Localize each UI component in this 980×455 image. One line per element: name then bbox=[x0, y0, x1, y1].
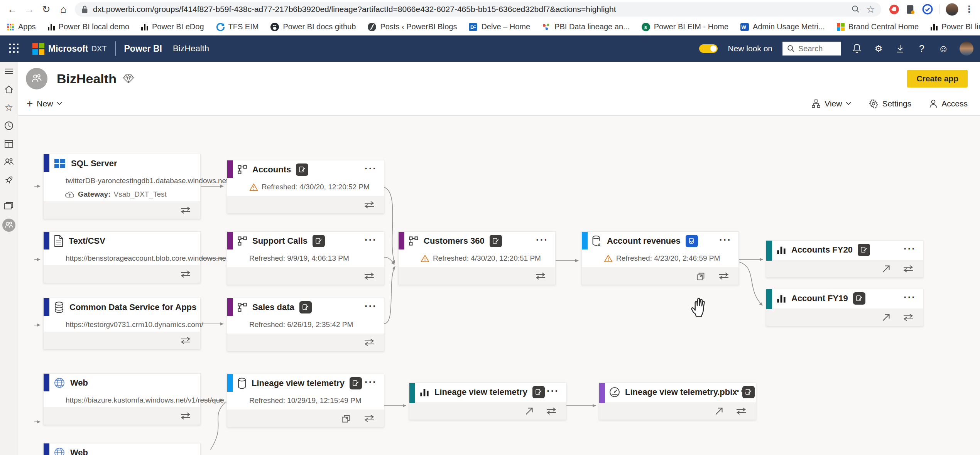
notifications-bell-icon[interactable] bbox=[851, 43, 863, 54]
swap-icon[interactable] bbox=[179, 270, 192, 279]
extension-adblock-icon[interactable] bbox=[889, 4, 899, 15]
new-button[interactable]: + New bbox=[27, 98, 62, 109]
more-options-button[interactable]: ··· bbox=[737, 385, 749, 397]
more-options-button[interactable]: ··· bbox=[904, 243, 916, 255]
open-icon[interactable] bbox=[524, 406, 534, 416]
bookmark-item[interactable]: DDelve – Home bbox=[468, 22, 530, 32]
create-app-button[interactable]: Create app bbox=[907, 70, 968, 88]
bookmark-item[interactable]: Brand Central Home bbox=[836, 22, 919, 31]
nav-home-icon[interactable] bbox=[3, 84, 15, 95]
bookmark-item[interactable]: Power BI eDog bbox=[141, 22, 204, 31]
card-account-revenues[interactable]: AAccount revenuesRefreshed: 4/23/20, 2:4… bbox=[581, 231, 739, 285]
home-icon[interactable]: ⌂ bbox=[55, 2, 72, 17]
bookmark-item[interactable]: WAdmin Usage Metri... bbox=[740, 22, 825, 32]
bookmark-item[interactable]: Apps bbox=[6, 22, 36, 31]
card-lvt-pbix[interactable]: Lineage view telemetry.pbix··· bbox=[599, 383, 756, 420]
swap-icon[interactable] bbox=[902, 313, 914, 322]
bookmark-item[interactable]: TFS EIM bbox=[216, 22, 259, 32]
open-icon[interactable] bbox=[881, 312, 891, 322]
new-look-toggle[interactable] bbox=[699, 44, 718, 53]
card-web-1[interactable]: Webhttps://biazure.kustomfa.windows.net/… bbox=[43, 373, 201, 425]
user-avatar[interactable] bbox=[959, 41, 974, 56]
card-accounts[interactable]: AccountsRefreshed: 4/30/20, 12:20:52 PM·… bbox=[227, 160, 384, 214]
open-icon[interactable] bbox=[881, 264, 891, 274]
extension-dark-icon[interactable] bbox=[906, 4, 916, 15]
card-support-calls[interactable]: Support CallsRefreshed: 9/9/19, 4:06:13 … bbox=[227, 231, 384, 285]
download-icon[interactable] bbox=[894, 43, 906, 54]
nav-workspaces-icon[interactable] bbox=[3, 200, 15, 212]
layers-icon[interactable] bbox=[696, 271, 707, 281]
bookmark-item[interactable]: Power BI lineage vi... bbox=[930, 22, 980, 31]
more-options-button[interactable]: ··· bbox=[904, 292, 916, 303]
card-title: Text/CSV bbox=[69, 236, 105, 246]
swap-icon[interactable] bbox=[902, 264, 914, 273]
card-sales-data[interactable]: Sales dataRefreshed: 6/26/19, 2:35:42 PM… bbox=[227, 298, 384, 351]
back-icon[interactable]: ← bbox=[4, 2, 21, 17]
nav-current-workspace-avatar[interactable] bbox=[2, 218, 16, 232]
nav-favorites-icon[interactable]: ☆ bbox=[3, 102, 15, 113]
forward-icon[interactable]: → bbox=[21, 2, 38, 17]
browser-menu-icon[interactable]: ⋮ bbox=[965, 4, 974, 15]
swap-icon[interactable] bbox=[363, 414, 375, 423]
more-options-button[interactable]: ··· bbox=[365, 234, 377, 246]
swap-icon[interactable] bbox=[363, 338, 375, 347]
bookmark-label: PBI Data lineage an... bbox=[554, 22, 630, 31]
more-options-button[interactable]: ··· bbox=[365, 163, 377, 175]
search-input[interactable] bbox=[798, 44, 837, 53]
extension-check-icon[interactable] bbox=[922, 4, 933, 15]
bookmark-star-icon[interactable]: ☆ bbox=[867, 5, 875, 14]
nav-apps-icon[interactable] bbox=[3, 138, 15, 150]
help-icon[interactable]: ? bbox=[916, 43, 928, 54]
view-button[interactable]: View bbox=[811, 99, 851, 108]
open-icon[interactable] bbox=[714, 406, 724, 416]
zoom-page-icon[interactable] bbox=[851, 5, 860, 14]
card-web-2[interactable]: Web bbox=[43, 443, 201, 455]
swap-icon[interactable] bbox=[179, 411, 192, 421]
feedback-smiley-icon[interactable]: ☺ bbox=[938, 43, 949, 54]
swap-icon[interactable] bbox=[545, 406, 558, 416]
more-options-button[interactable]: ··· bbox=[365, 300, 377, 312]
more-options-button[interactable]: ··· bbox=[365, 376, 377, 388]
swap-icon[interactable] bbox=[718, 271, 730, 281]
settings-gear-icon[interactable]: ⚙ bbox=[873, 43, 884, 54]
address-bar[interactable]: dxt.powerbi.com/groups/f414f827-b59f-438… bbox=[75, 2, 881, 17]
swap-icon[interactable] bbox=[735, 406, 747, 416]
lineage-canvas[interactable]: SQL ServertwitterDB-yaronctestingdb1.dat… bbox=[18, 116, 980, 455]
app-label[interactable]: Power BI bbox=[124, 44, 162, 54]
browser-profile-avatar[interactable] bbox=[946, 3, 958, 16]
nav-shared-icon[interactable] bbox=[3, 156, 15, 168]
card-cds[interactable]: Common Data Service for Appshttps://test… bbox=[43, 298, 201, 349]
bookmark-item[interactable]: Posts ‹ PowerBI Blogs bbox=[367, 22, 457, 32]
url-text[interactable]: dxt.powerbi.com/groups/f414f827-b59f-438… bbox=[93, 5, 845, 14]
card-account-fy19[interactable]: Account FY19··· bbox=[766, 289, 923, 326]
more-options-button[interactable]: ··· bbox=[547, 385, 559, 397]
card-customers-360[interactable]: Customers 360Refreshed: 4/30/20, 12:20:5… bbox=[398, 231, 556, 285]
card-lvt-dataset[interactable]: Lineage view telemetryRefreshed: 10/29/1… bbox=[227, 374, 384, 427]
access-button[interactable]: Access bbox=[929, 99, 968, 108]
header-workspace-label[interactable]: BizHealth bbox=[173, 44, 209, 54]
bookmark-item[interactable]: Power BI docs github bbox=[270, 22, 356, 32]
swap-icon[interactable] bbox=[179, 336, 192, 345]
card-sql-server[interactable]: SQL ServertwitterDB-yaronctestingdb1.dat… bbox=[43, 154, 201, 219]
bars-favicon-icon bbox=[930, 23, 938, 31]
bookmark-item[interactable]: PBI Data lineage an... bbox=[542, 22, 630, 32]
card-accounts-fy20[interactable]: Accounts FY20··· bbox=[766, 240, 923, 278]
swap-icon[interactable] bbox=[363, 200, 375, 209]
swap-icon[interactable] bbox=[534, 271, 547, 281]
header-search-box[interactable] bbox=[782, 42, 841, 56]
card-lvt-report[interactable]: Lineage view telemetry··· bbox=[409, 383, 566, 420]
nav-learn-icon[interactable] bbox=[3, 174, 15, 186]
bookmark-item[interactable]: sPower BI EIM - Home bbox=[641, 22, 728, 32]
swap-icon[interactable] bbox=[179, 206, 192, 215]
swap-icon[interactable] bbox=[363, 271, 375, 281]
layers-icon[interactable] bbox=[341, 413, 352, 423]
more-options-button[interactable]: ··· bbox=[719, 234, 732, 246]
bookmark-item[interactable]: Power BI local demo bbox=[47, 22, 129, 31]
more-options-button[interactable]: ··· bbox=[536, 234, 548, 246]
settings-button[interactable]: Settings bbox=[869, 99, 911, 108]
waffle-icon[interactable] bbox=[9, 44, 19, 54]
card-text-csv[interactable]: Text/CSVhttps://bensstorageaccount.blob.… bbox=[43, 231, 201, 283]
nav-hamburger-icon[interactable] bbox=[3, 66, 15, 77]
reload-icon[interactable]: ↻ bbox=[38, 2, 55, 17]
nav-recent-icon[interactable] bbox=[3, 120, 15, 131]
